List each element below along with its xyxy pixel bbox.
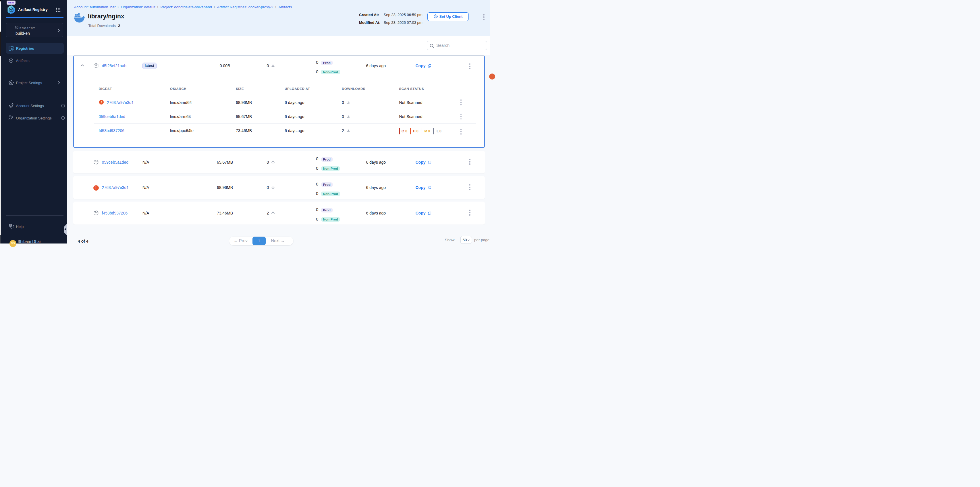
svg-text:?: ?: [10, 224, 11, 226]
